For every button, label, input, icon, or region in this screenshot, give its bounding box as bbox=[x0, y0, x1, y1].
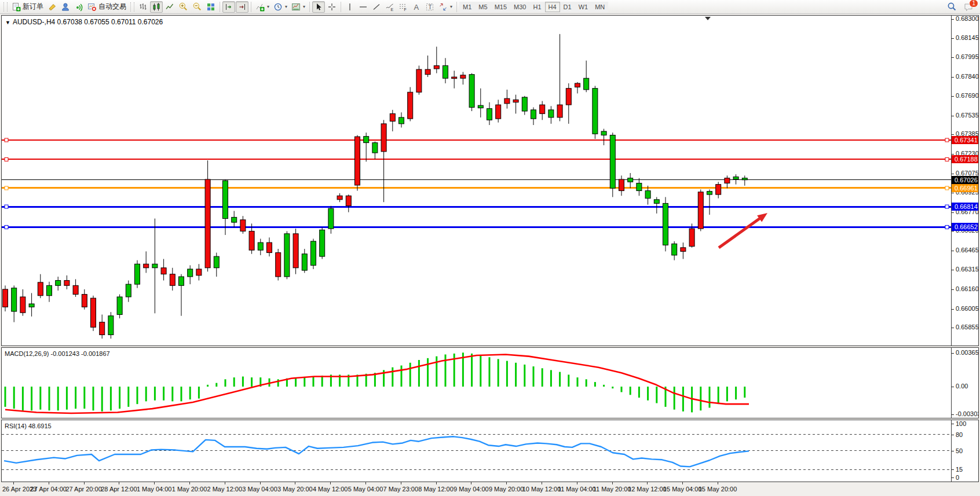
signals-button[interactable] bbox=[72, 1, 85, 13]
timeframe-w1[interactable]: W1 bbox=[575, 2, 592, 12]
candle-body bbox=[487, 109, 492, 120]
candle-body bbox=[284, 234, 290, 277]
horizontal-line-icon bbox=[359, 2, 368, 12]
price-line-value-chip: 0.67341 bbox=[952, 136, 978, 144]
periods-button[interactable]: ▾ bbox=[272, 1, 289, 13]
vertical-line-tool-button[interactable] bbox=[343, 1, 356, 13]
macd-axis: 0.0036550.00-0.00303 bbox=[951, 348, 978, 418]
search-button[interactable] bbox=[945, 1, 959, 13]
svg-text:F: F bbox=[404, 8, 407, 12]
trend-arrow-annotation[interactable] bbox=[719, 218, 761, 248]
horizontal-line-tool-button[interactable] bbox=[357, 1, 370, 13]
tile-windows-button[interactable] bbox=[204, 1, 217, 13]
macd-label: MACD(12,26,9) -0.001243 -0.001867 bbox=[5, 350, 110, 357]
line-handle[interactable] bbox=[5, 186, 8, 190]
time-axis-label: 15 May 04:00 bbox=[663, 486, 702, 493]
text-tool-button[interactable]: A bbox=[410, 1, 423, 13]
chart-shift-button[interactable] bbox=[236, 1, 248, 13]
candlestick-mode-button[interactable] bbox=[150, 1, 163, 13]
timeframe-mn[interactable]: MN bbox=[591, 2, 608, 12]
new-order-button[interactable]: 新订单 bbox=[10, 1, 45, 13]
candle-body bbox=[232, 217, 237, 222]
candle-body bbox=[240, 220, 246, 232]
timeframe-m15[interactable]: M15 bbox=[491, 2, 510, 12]
main-chart-plot[interactable]: ▼AUDUSD-,H4 0.67038 0.67055 0.67011 0.67… bbox=[2, 16, 952, 346]
bar-chart-mode-button[interactable] bbox=[137, 1, 149, 13]
arrows-icon bbox=[438, 2, 448, 12]
price-line-value-chip: 0.66961 bbox=[952, 184, 978, 192]
time-axis-label: 27 Apr 04:00 bbox=[31, 486, 67, 493]
timeframe-m30[interactable]: M30 bbox=[510, 2, 529, 12]
candle-body bbox=[452, 77, 457, 79]
candle-body bbox=[372, 143, 378, 153]
candle-body bbox=[390, 113, 395, 121]
timeframe-h4[interactable]: H4 bbox=[545, 2, 560, 12]
candle-body bbox=[469, 75, 474, 108]
signal-icon bbox=[74, 2, 83, 12]
text-label-tool-button[interactable]: T bbox=[423, 1, 436, 13]
line-handle[interactable] bbox=[945, 205, 949, 208]
fibonacci-tool-button[interactable]: F bbox=[397, 1, 409, 13]
macd-axis-label: 0.00 bbox=[956, 383, 968, 390]
cursor-tool-button[interactable] bbox=[312, 1, 325, 13]
community-button[interactable] bbox=[59, 1, 72, 13]
auto-scroll-button[interactable] bbox=[222, 1, 235, 13]
line-handle[interactable] bbox=[5, 225, 8, 229]
line-handle[interactable] bbox=[5, 157, 8, 161]
chat-badge: 1 bbox=[969, 0, 978, 8]
rsi-plot[interactable]: RSI(14) 48.6915 bbox=[2, 420, 952, 482]
time-axis-label: 2 May 12:00 bbox=[207, 486, 243, 493]
candle-body bbox=[566, 89, 571, 105]
new-order-icon bbox=[12, 2, 21, 12]
candle-body bbox=[531, 110, 536, 119]
candlestick-chart[interactable] bbox=[2, 16, 952, 346]
line-handle[interactable] bbox=[5, 205, 8, 208]
zoom-out-button[interactable] bbox=[191, 1, 204, 13]
zoom-in-button[interactable] bbox=[177, 1, 190, 13]
macd-chart[interactable] bbox=[2, 348, 952, 418]
rsi-chart[interactable] bbox=[2, 420, 952, 482]
candle-body bbox=[12, 288, 17, 311]
line-handle[interactable] bbox=[945, 225, 949, 229]
chart-shift-icon bbox=[237, 2, 247, 12]
arrows-tool-button[interactable]: ▾ bbox=[437, 1, 454, 13]
candle-body bbox=[443, 65, 448, 78]
person-icon bbox=[61, 2, 70, 12]
candle-body bbox=[698, 192, 703, 229]
time-axis[interactable]: 26 Apr 202327 Apr 04:0027 Apr 20:0028 Ap… bbox=[1, 482, 979, 496]
line-handle[interactable] bbox=[5, 138, 8, 142]
time-axis-label: 7 May 23:00 bbox=[383, 486, 419, 493]
template-icon bbox=[291, 2, 301, 12]
timeframe-m1[interactable]: M1 bbox=[459, 2, 475, 12]
toolbar-grip bbox=[130, 2, 134, 12]
symbol-ohlc-text: AUDUSD-,H4 0.67038 0.67055 0.67011 0.670… bbox=[13, 18, 163, 26]
candle-body bbox=[654, 200, 659, 204]
crayon-marker-button[interactable] bbox=[46, 1, 58, 13]
line-handle[interactable] bbox=[945, 186, 949, 190]
macd-plot[interactable]: MACD(12,26,9) -0.001243 -0.001867 bbox=[2, 348, 952, 418]
templates-button[interactable]: ▾ bbox=[290, 1, 307, 13]
autotrading-button[interactable]: 自动交易 bbox=[86, 1, 128, 13]
indicators-button[interactable]: ▾ bbox=[254, 1, 271, 13]
macd-axis-label: -0.00303 bbox=[956, 410, 978, 417]
time-axis-label: 10 May 12:00 bbox=[522, 486, 561, 493]
price-axis[interactable]: 0.683000.681450.679950.678400.676900.675… bbox=[951, 16, 978, 346]
chart-shift-marker-icon[interactable] bbox=[705, 17, 711, 20]
price-tick-label: 0.66005 bbox=[956, 305, 978, 312]
line-handle[interactable] bbox=[945, 138, 949, 142]
equidistant-channel-tool-button[interactable]: E bbox=[383, 1, 396, 13]
chat-button[interactable]: 1 bbox=[962, 1, 975, 13]
trendline-tool-button[interactable] bbox=[370, 1, 383, 13]
rsi-axis-label: 100 bbox=[956, 420, 966, 427]
timeframe-h1[interactable]: H1 bbox=[529, 2, 544, 12]
timeframe-d1[interactable]: D1 bbox=[560, 2, 575, 12]
candle-body bbox=[161, 268, 166, 274]
chevron-down-icon: ▾ bbox=[267, 4, 269, 9]
candle-body bbox=[152, 264, 158, 268]
line-chart-mode-button[interactable] bbox=[163, 1, 176, 13]
crosshair-tool-button[interactable] bbox=[326, 1, 338, 13]
svg-text:T: T bbox=[429, 3, 432, 10]
time-axis-label: 8 May 12:00 bbox=[418, 486, 454, 493]
timeframe-m5[interactable]: M5 bbox=[475, 2, 491, 12]
line-handle[interactable] bbox=[945, 157, 949, 161]
